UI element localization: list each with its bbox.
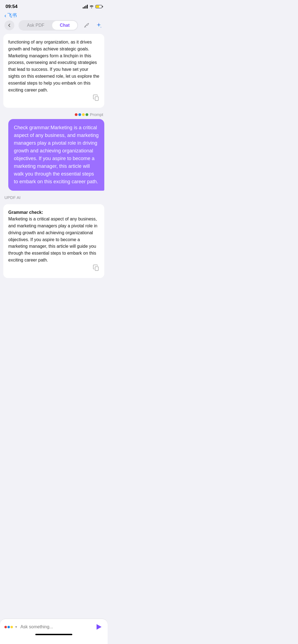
copy-button-2[interactable] bbox=[93, 264, 100, 274]
nav-actions bbox=[82, 21, 103, 30]
tab-switcher: Ask PDF Chat bbox=[18, 20, 78, 31]
battery-icon bbox=[95, 5, 102, 8]
ai-message-body: functioning of any organization, as it d… bbox=[8, 40, 99, 92]
ai-response-title: Grammar check: bbox=[8, 210, 43, 215]
dot-blue bbox=[78, 113, 81, 116]
nav-bar: Ask PDF Chat bbox=[0, 20, 108, 34]
chat-area: functioning of any organization, as it d… bbox=[0, 34, 108, 311]
user-message-text: Check grammar:Marketing is a critical as… bbox=[14, 125, 99, 184]
copy-button[interactable] bbox=[93, 94, 100, 104]
tab-chat[interactable]: Chat bbox=[52, 21, 78, 30]
updf-ai-label: UPDF AI bbox=[3, 195, 104, 200]
ai-response-card: Grammar check: Marketing is a critical a… bbox=[3, 204, 104, 278]
back-nav-row: ‹ 飞书 bbox=[0, 11, 108, 20]
dot-red bbox=[75, 113, 78, 116]
svg-rect-0 bbox=[95, 96, 99, 100]
dot-green bbox=[86, 113, 88, 116]
status-time: 09:54 bbox=[6, 4, 17, 9]
prompt-dots-icon bbox=[75, 113, 88, 116]
brush-button[interactable] bbox=[82, 21, 91, 30]
status-bar: 09:54 bbox=[0, 0, 108, 11]
back-app-label[interactable]: ‹ 飞书 bbox=[4, 12, 17, 18]
prompt-label: Prompt bbox=[90, 112, 103, 117]
svg-rect-1 bbox=[95, 267, 99, 271]
status-icons bbox=[83, 5, 102, 9]
tab-ask-pdf[interactable]: Ask PDF bbox=[19, 21, 52, 30]
prompt-label-row: Prompt bbox=[3, 112, 104, 117]
user-message-bubble: Check grammar:Marketing is a critical as… bbox=[8, 119, 104, 190]
signal-icon bbox=[83, 5, 88, 9]
wifi-icon bbox=[89, 5, 94, 8]
sparkle-button[interactable] bbox=[94, 21, 103, 30]
back-button[interactable] bbox=[4, 20, 14, 30]
ai-response-body: Marketing is a critical aspect of any bu… bbox=[8, 217, 97, 262]
dot-yellow bbox=[82, 113, 85, 116]
ai-message-partial: functioning of any organization, as it d… bbox=[3, 34, 104, 108]
